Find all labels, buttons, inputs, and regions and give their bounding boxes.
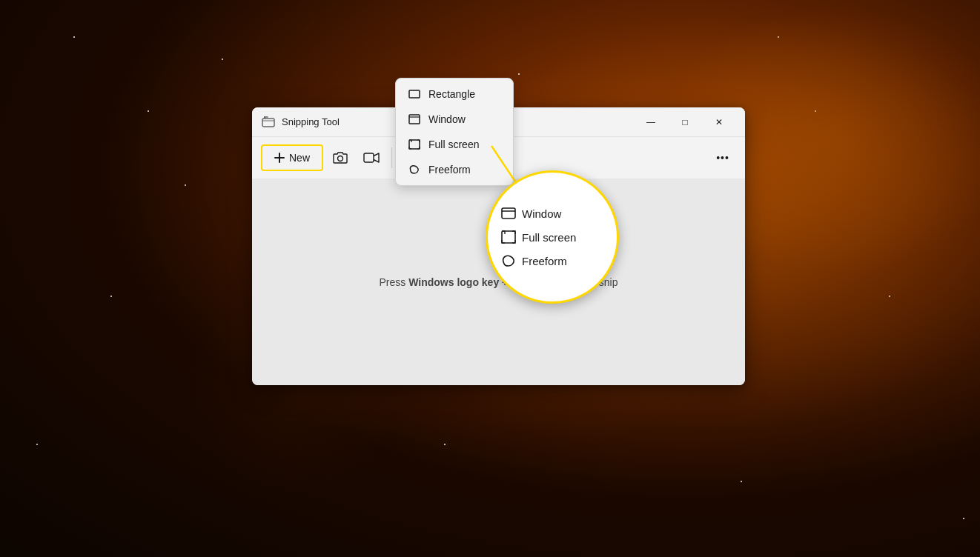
close-button[interactable]: ✕ bbox=[702, 110, 736, 134]
menu-item-freeform[interactable]: Freeform bbox=[399, 157, 510, 182]
camera-button[interactable] bbox=[326, 144, 354, 171]
svg-point-6 bbox=[264, 116, 265, 118]
dropdown-menu: Rectangle Window Full screen bbox=[395, 78, 514, 186]
svg-rect-1 bbox=[409, 90, 420, 98]
plus-icon bbox=[274, 153, 285, 163]
minimize-button[interactable]: — bbox=[634, 110, 668, 134]
freeform-icon bbox=[408, 163, 421, 176]
rectangle-icon bbox=[408, 87, 421, 101]
zoom-item-freeform: Freeform bbox=[495, 249, 609, 273]
svg-rect-10 bbox=[364, 153, 374, 162]
app-icon bbox=[261, 115, 276, 130]
svg-rect-4 bbox=[409, 140, 420, 149]
svg-rect-11 bbox=[502, 208, 515, 219]
video-icon bbox=[363, 152, 380, 164]
fullscreen-zoom-icon bbox=[501, 230, 516, 244]
fullscreen-icon bbox=[408, 138, 421, 151]
window-zoom-icon bbox=[501, 206, 516, 221]
svg-rect-5 bbox=[262, 119, 274, 127]
freeform-zoom-icon bbox=[501, 253, 516, 268]
svg-point-9 bbox=[338, 156, 343, 161]
camera-icon bbox=[333, 151, 348, 164]
more-options-button[interactable]: ••• bbox=[709, 144, 736, 171]
zoom-item-fullscreen: Full screen bbox=[495, 225, 609, 249]
maximize-button[interactable]: □ bbox=[668, 110, 702, 134]
video-button[interactable] bbox=[357, 144, 385, 171]
window-icon bbox=[408, 113, 421, 126]
svg-rect-13 bbox=[502, 231, 515, 243]
menu-item-window[interactable]: Window bbox=[399, 107, 510, 132]
svg-rect-2 bbox=[409, 115, 420, 124]
new-button[interactable]: New bbox=[261, 144, 323, 171]
menu-item-fullscreen[interactable]: Full screen bbox=[399, 132, 510, 157]
window-controls: — □ ✕ bbox=[634, 110, 736, 134]
zoom-item-window: Window bbox=[495, 201, 609, 225]
menu-item-rectangle[interactable]: Rectangle bbox=[399, 81, 510, 107]
toolbar-divider bbox=[391, 147, 392, 168]
zoom-circle-annotation: Window Full screen Freeform bbox=[486, 170, 619, 304]
